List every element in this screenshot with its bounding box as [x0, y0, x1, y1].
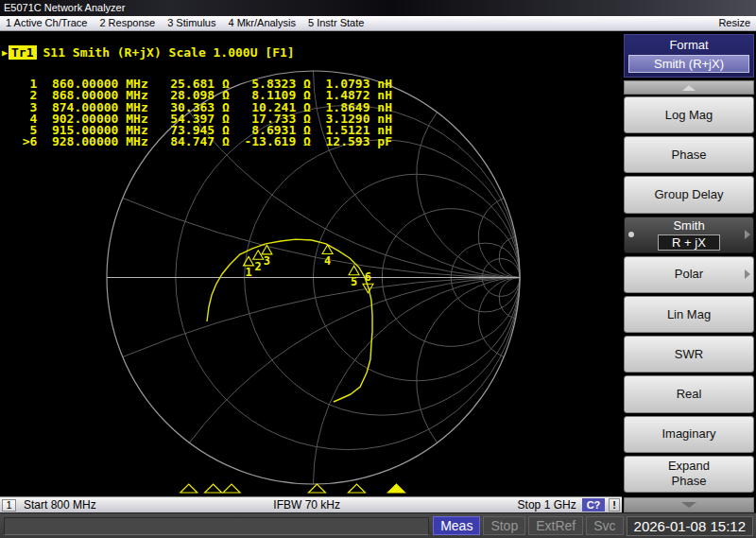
- menu-item-4[interactable]: 4 Mkr/Analysis: [228, 16, 296, 30]
- softkey-buttons: Log MagPhaseGroup DelaySmithR + jXPolarL…: [624, 96, 754, 495]
- softkey-real[interactable]: Real: [624, 375, 754, 412]
- softkey-label: Group Delay: [655, 187, 724, 202]
- trace-label[interactable]: Tr1: [9, 45, 36, 60]
- status-bar: 1 Start 800 MHz IFBW 70 kHz Stop 1 GHz C…: [0, 496, 622, 512]
- softkey-label: Real: [677, 387, 702, 402]
- chart-marker-1-label: 1: [245, 266, 251, 279]
- extref-status-badge: ExtRef: [528, 516, 583, 535]
- stimulus-marker-1-icon: [180, 484, 198, 493]
- softkey-imaginary[interactable]: Imaginary: [624, 416, 754, 453]
- softkey-label: Imaginary: [662, 426, 715, 442]
- chart-marker-3-label: 3: [264, 254, 270, 268]
- stimulus-marker-3-icon: [223, 484, 240, 493]
- menu-item-5[interactable]: 5 Instr State: [308, 16, 364, 30]
- stimulus-marker-5-icon: [348, 484, 365, 493]
- stop-group: Stop 1 GHz C? !: [518, 498, 620, 512]
- stimulus-marker-6-icon: [387, 484, 404, 493]
- chart-marker-5-label: 5: [351, 275, 357, 288]
- resize-button[interactable]: Resize: [718, 16, 756, 30]
- softkey-sidebar: Format Smith (R+jX) Log MagPhaseGroup De…: [622, 31, 756, 512]
- cal-status-badge: C?: [582, 498, 606, 512]
- softkey-menu-value: Smith (R+jX): [628, 55, 749, 73]
- softkey-expand-phase[interactable]: Expand Phase: [624, 456, 754, 493]
- chart-marker-4-label: 4: [324, 254, 331, 268]
- softkey-label: Expand Phase: [668, 459, 710, 489]
- softkey-phase[interactable]: Phase: [624, 136, 754, 173]
- softkey-group-delay[interactable]: Group Delay: [624, 176, 754, 213]
- start-frequency-label: Start 800 MHz: [24, 498, 96, 512]
- softkey-menu-header: Format Smith (R+jX): [624, 34, 754, 78]
- window-title: E5071C Network Analyzer: [4, 2, 125, 13]
- chart-marker-2-icon: [253, 251, 264, 260]
- datetime-display: 2026-01-08 15:12: [627, 516, 753, 536]
- chart-marker-6-label: 6: [365, 270, 371, 284]
- instrument-status-bar: Meas Stop ExtRef Svc 2026-01-08 15:12: [0, 512, 756, 538]
- trace-header: ▶ Tr1 S11 Smith (R+jX) Scale 1.000U [F1]: [2, 45, 295, 60]
- menu-item-3[interactable]: 3 Stimulus: [167, 16, 215, 30]
- softkey-label: Polar: [675, 267, 703, 282]
- softkey-scroll-up[interactable]: [624, 80, 754, 95]
- menu-items: 1 Active Ch/Trace2 Response3 Stimulus4 M…: [0, 16, 376, 30]
- meas-status-badge: Meas: [433, 516, 480, 535]
- marker-table: 1 860.00000 MHz 25.681 Ω 5.8323 Ω 1.0793…: [8, 78, 392, 148]
- menu-item-1[interactable]: 1 Active Ch/Trace: [6, 16, 87, 30]
- softkey-scroll-down[interactable]: [624, 497, 754, 512]
- trace-format-text: S11 Smith (R+jX) Scale 1.000U [F1]: [43, 45, 295, 60]
- warning-badge: !: [609, 498, 620, 512]
- ifbw-label: IFBW 70 kHz: [273, 498, 340, 512]
- marker-row-6: >6 928.00000 MHz 84.747 Ω -13.619 Ω 12.5…: [8, 136, 392, 148]
- menu-bar: 1 Active Ch/Trace2 Response3 Stimulus4 M…: [0, 16, 756, 31]
- message-panel: [4, 517, 429, 535]
- selected-bullet-icon: [628, 232, 634, 237]
- softkey-label: Log Mag: [665, 108, 713, 123]
- softkey-label: Phase: [672, 148, 707, 163]
- menu-item-2[interactable]: 2 Response: [99, 16, 155, 30]
- stimulus-marker-4-icon: [308, 484, 325, 493]
- submenu-arrow-icon: [745, 269, 750, 279]
- scroll-down-icon: [681, 502, 696, 508]
- scroll-up-icon: [682, 85, 696, 91]
- softkey-label: Smith: [673, 218, 704, 234]
- softkey-label: SWR: [675, 347, 703, 362]
- softkey-log-mag[interactable]: Log Mag: [624, 96, 754, 133]
- stop-frequency-label: Stop 1 GHz: [518, 498, 576, 512]
- softkey-smith[interactable]: SmithR + jX: [624, 217, 754, 253]
- e5071c-screen: E5071C Network Analyzer 1 Active Ch/Trac…: [0, 0, 756, 538]
- stimulus-marker-2-icon: [205, 484, 222, 493]
- softkey-swr[interactable]: SWR: [624, 336, 754, 373]
- submenu-arrow-icon: [745, 230, 750, 239]
- chart-marker-5-icon: [349, 266, 359, 275]
- softkey-polar[interactable]: Polar: [624, 256, 754, 293]
- softkey-label: Lin Mag: [667, 307, 711, 322]
- channel-indicator: 1: [2, 499, 16, 512]
- window-titlebar[interactable]: E5071C Network Analyzer: [0, 0, 756, 16]
- stop-status-badge: Stop: [483, 516, 525, 535]
- softkey-sub-label: R + jX: [658, 234, 720, 251]
- smith-chart-area: 123456 ▶ Tr1 S11 Smith (R+jX) Scale 1.00…: [0, 31, 622, 496]
- softkey-lin-mag[interactable]: Lin Mag: [624, 296, 754, 333]
- active-trace-arrow-icon: ▶: [2, 47, 8, 58]
- softkey-menu-title: Format: [628, 38, 749, 52]
- chart-marker-2-label: 2: [255, 260, 262, 273]
- svc-status-badge: Svc: [586, 516, 623, 535]
